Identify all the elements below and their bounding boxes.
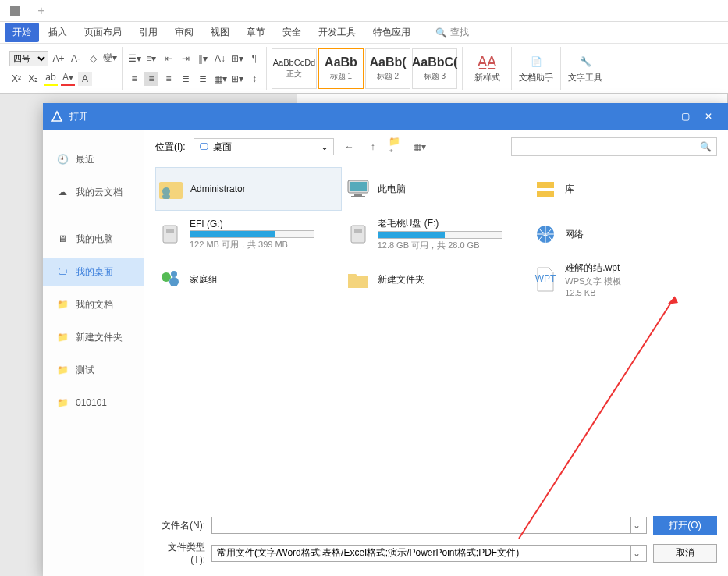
bullets-icon[interactable]: ☰▾ <box>127 52 141 66</box>
doc-helper-button[interactable]: 📄 文档助手 <box>517 48 556 89</box>
ribbon: 四号 A+ A- ◇ 變▾ X² X₂ ab A▾ A ☰▾ ≡▾ ⇤ ⇥ ‖▾… <box>0 44 728 94</box>
tab-security[interactable]: 安全 <box>275 23 309 42</box>
indent-icon[interactable]: ⇥ <box>179 52 193 66</box>
style-h3[interactable]: AaBbC(标题 3 <box>412 48 457 89</box>
tab-dev[interactable]: 开发工具 <box>311 23 364 42</box>
file-name: 家庭组 <box>190 273 218 286</box>
tabs-btn-icon[interactable]: ⊞▾ <box>230 52 244 66</box>
phonetic-icon[interactable]: 變▾ <box>103 52 117 66</box>
file-item-folder[interactable]: 新建文件夹 <box>343 258 530 301</box>
tab-layout[interactable]: 页面布局 <box>76 23 130 42</box>
file-item-pc[interactable]: 此电脑 <box>343 167 530 211</box>
close-icon[interactable]: ✕ <box>697 108 720 124</box>
new-tab-icon[interactable]: + <box>31 3 51 19</box>
align-justify-icon[interactable]: ≣ <box>179 72 193 86</box>
search-field[interactable]: 🔍 <box>511 137 717 156</box>
tab-insert[interactable]: 插入 <box>41 23 75 42</box>
font-color-icon[interactable]: A▾ <box>61 72 75 86</box>
view-icon[interactable]: ▦▾ <box>412 139 428 155</box>
text-direction-icon[interactable]: ↕ <box>247 72 261 86</box>
sidebar-item-num[interactable]: 📁010101 <box>43 389 144 417</box>
tab-view[interactable]: 视图 <box>203 23 237 42</box>
svg-point-16 <box>169 277 179 286</box>
window-tabbar: + <box>0 0 728 22</box>
drive-icon <box>345 221 371 247</box>
file-item-udisk[interactable]: 老毛桃U盘 (F:) 12.8 GB 可用，共 28.0 GB <box>343 212 530 256</box>
outdent-icon[interactable]: ⇤ <box>162 52 176 66</box>
new-folder-icon[interactable]: 📁⁺ <box>389 139 404 155</box>
numbering-icon[interactable]: ≡▾ <box>144 52 158 66</box>
new-style-button[interactable]: A̲A̲ 新样式 <box>467 48 506 89</box>
align-right-icon[interactable]: ≡ <box>162 72 176 86</box>
app-tab-icon[interactable] <box>5 3 25 19</box>
shading-icon[interactable]: ▦▾ <box>213 72 227 86</box>
helper-group: 📄 文档助手 <box>512 47 561 90</box>
svg-rect-13 <box>354 229 362 233</box>
back-icon[interactable]: ← <box>342 139 357 155</box>
open-button[interactable]: 打开(O) <box>653 516 717 535</box>
cancel-button[interactable]: 取消 <box>653 544 717 563</box>
up-icon[interactable]: ↑ <box>365 139 381 155</box>
svg-rect-9 <box>537 188 554 191</box>
user-folder-icon <box>158 176 184 202</box>
wpt-file-icon: WPT <box>532 266 559 293</box>
library-icon <box>532 176 559 202</box>
tab-chapter[interactable]: 章节 <box>239 23 273 42</box>
filetype-label: 文件类型(T): <box>155 541 205 565</box>
borders-icon[interactable]: ⊞▾ <box>230 72 244 86</box>
dialog-bottom: 文件名(N): ⌄ 打开(O) 文件类型(T): 常用文件(文字/Word格式;… <box>144 505 728 576</box>
filetype-field[interactable]: 常用文件(文字/Word格式;表格/Excel格式;演示/PowerPoint格… <box>211 545 647 562</box>
superscript-icon[interactable]: X² <box>9 72 23 86</box>
linespace-icon[interactable]: ‖▾ <box>196 52 210 66</box>
desktop-mini-icon: 🖵 <box>199 141 208 152</box>
highlight-icon[interactable]: ab <box>44 72 58 86</box>
file-item-wpt[interactable]: WPT 难解的结.wpt WPS文字 模板 12.5 KB <box>531 258 717 301</box>
font-size-select[interactable]: 四号 <box>9 51 48 66</box>
ribbon-search[interactable]: 🔍 查找 <box>435 26 469 39</box>
search-input[interactable] <box>517 141 700 152</box>
file-name: 新建文件夹 <box>378 273 424 286</box>
text-tools-icon: 🔧 <box>577 53 594 70</box>
showmarks-icon[interactable]: ¶ <box>247 52 261 66</box>
sidebar-item-docs[interactable]: 📁我的文档 <box>43 290 144 318</box>
subscript-icon[interactable]: X₂ <box>27 72 41 86</box>
clear-format-icon[interactable]: ◇ <box>86 52 100 66</box>
sidebar-item-newfolder[interactable]: 📁新建文件夹 <box>43 323 144 351</box>
sidebar-item-desktop[interactable]: 🖵我的桌面 <box>43 258 144 286</box>
style-body[interactable]: AaBbCcDd正文 <box>272 48 317 89</box>
maximize-icon[interactable]: ▢ <box>673 108 697 124</box>
sort-icon[interactable]: A↓ <box>213 52 227 66</box>
file-item-efi[interactable]: EFI (G:) 122 MB 可用，共 399 MB <box>155 212 342 256</box>
file-item-lib[interactable]: 库 <box>531 167 717 211</box>
sidebar-item-recent[interactable]: 🕘最近 <box>43 145 144 173</box>
sidebar-label: 测试 <box>76 364 94 377</box>
location-value: 桌面 <box>213 140 232 154</box>
style-h2[interactable]: AaBb(标题 2 <box>365 48 410 89</box>
shrink-font-icon[interactable]: A- <box>69 52 83 66</box>
file-item-homegroup[interactable]: 家庭组 <box>155 258 342 301</box>
tab-review[interactable]: 审阅 <box>167 23 201 42</box>
align-center-icon[interactable]: ≡ <box>144 72 158 86</box>
sidebar-item-test[interactable]: 📁测试 <box>43 356 144 384</box>
drive-icon <box>157 221 183 247</box>
align-left-icon[interactable]: ≡ <box>127 72 141 86</box>
sidebar-label: 我的桌面 <box>76 265 113 279</box>
location-select[interactable]: 🖵 桌面 ⌄ <box>194 138 334 155</box>
font-group: 四号 A+ A- ◇ 變▾ X² X₂ ab A▾ A <box>5 47 123 90</box>
style-h1[interactable]: AaBb标题 1 <box>318 48 364 89</box>
app-logo-icon <box>51 110 63 123</box>
sidebar-label: 我的电脑 <box>76 233 113 246</box>
filename-field[interactable]: ⌄ <box>211 517 647 534</box>
text-tools-button[interactable]: 🔧 文字工具 <box>566 48 605 89</box>
grow-font-icon[interactable]: A+ <box>51 52 66 66</box>
sidebar-item-cloud[interactable]: ☁我的云文档 <box>43 178 144 206</box>
svg-text:WPT: WPT <box>535 273 556 284</box>
tab-start[interactable]: 开始 <box>5 23 39 42</box>
char-shading-icon[interactable]: A <box>78 72 92 86</box>
align-dist-icon[interactable]: ≣ <box>196 72 210 86</box>
file-item-admin[interactable]: Administrator <box>155 167 342 211</box>
file-item-network[interactable]: 网络 <box>531 212 717 256</box>
tab-ref[interactable]: 引用 <box>131 23 165 42</box>
tab-special[interactable]: 特色应用 <box>365 23 418 42</box>
sidebar-item-computer[interactable]: 🖥我的电脑 <box>43 225 144 253</box>
